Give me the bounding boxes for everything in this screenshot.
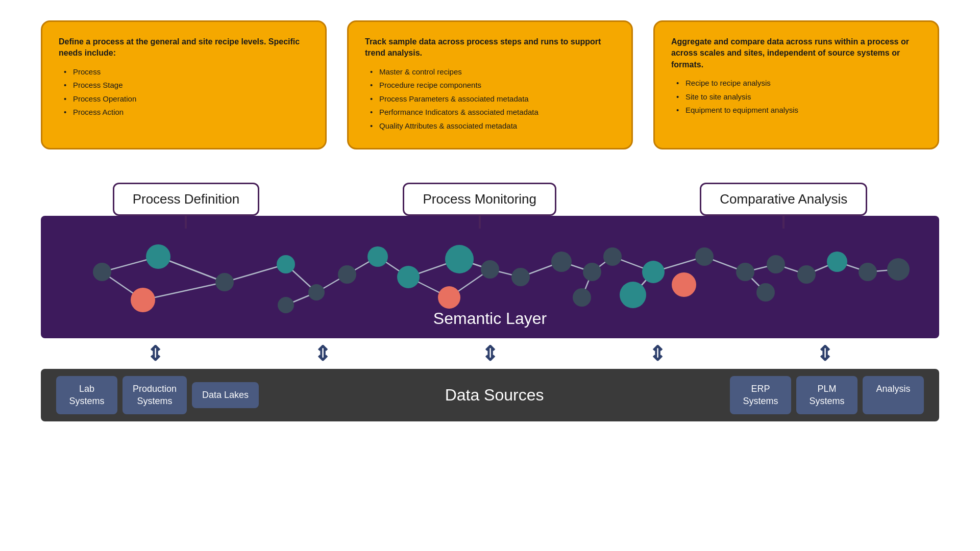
svg-point-42: [445, 245, 474, 273]
card-list-3: Recipe to recipe analysis Site to site a…: [671, 78, 921, 116]
erp-systems-box: ERPSystems: [730, 376, 791, 414]
process-monitoring-label: Process Monitoring: [403, 183, 556, 216]
lab-systems-box: LabSystems: [56, 376, 117, 414]
svg-point-52: [672, 272, 696, 297]
process-definition-label: Process Definition: [113, 183, 260, 216]
semantic-layer: Semantic Layer: [41, 216, 939, 338]
svg-point-48: [603, 247, 622, 266]
arrow-5: ⇕: [816, 343, 834, 364]
list-item: Process Action: [64, 107, 309, 118]
svg-point-41: [397, 266, 420, 288]
svg-point-56: [767, 255, 785, 273]
data-lakes-box: Data Lakes: [192, 382, 259, 408]
svg-point-32: [93, 263, 111, 281]
svg-point-36: [277, 255, 295, 273]
arrow-4: ⇕: [649, 343, 666, 364]
arrow-3: ⇕: [481, 343, 499, 364]
svg-point-34: [215, 273, 234, 291]
svg-point-59: [859, 263, 877, 281]
svg-point-58: [827, 252, 847, 272]
main-container: Define a process at the general and site…: [0, 0, 980, 551]
data-sources-right: ERPSystems PLMSystems Analysis: [730, 376, 924, 414]
svg-point-44: [438, 286, 460, 309]
svg-point-45: [511, 268, 530, 286]
svg-point-33: [146, 244, 170, 269]
arrows-row: ⇕ ⇕ ⇕ ⇕ ⇕: [41, 338, 939, 369]
card-title-3: Aggregate and compare data across runs w…: [671, 36, 921, 70]
svg-point-51: [620, 282, 646, 308]
svg-line-5: [225, 264, 286, 282]
semantic-layer-label: Semantic Layer: [433, 309, 547, 328]
card-list-1: Process Process Stage Process Operation …: [59, 66, 309, 118]
card-list-2: Master & control recipes Procedure recip…: [365, 66, 615, 132]
list-item: Process: [64, 66, 309, 78]
list-item: Process Parameters & associated metadata: [370, 93, 615, 105]
list-item: Recipe to recipe analysis: [676, 78, 921, 89]
arrow-1: ⇕: [146, 343, 164, 364]
svg-point-46: [551, 252, 572, 272]
svg-point-35: [131, 288, 155, 312]
cards-row: Define a process at the general and site…: [41, 20, 939, 149]
production-systems-box: ProductionSystems: [122, 376, 187, 414]
analysis-box: Analysis: [863, 376, 924, 414]
svg-point-49: [573, 288, 591, 307]
comparative-analysis-label: Comparative Analysis: [700, 183, 867, 216]
svg-point-54: [736, 263, 754, 281]
list-item: Procedure recipe components: [370, 80, 615, 91]
list-item: Performance Indicators & associated meta…: [370, 107, 615, 118]
svg-point-40: [278, 297, 294, 313]
list-item: Equipment to equipment analysis: [676, 105, 921, 116]
svg-point-47: [583, 263, 601, 281]
list-item: Quality Attributes & associated metadata: [370, 120, 615, 132]
svg-point-55: [756, 283, 775, 302]
svg-line-4: [143, 282, 225, 300]
process-monitoring-card: Track sample data across process steps a…: [347, 20, 633, 149]
labels-row: Process Definition Process Monitoring Co…: [41, 165, 939, 216]
svg-point-57: [797, 265, 816, 284]
data-sources-label: Data Sources: [264, 386, 725, 405]
svg-point-38: [338, 265, 356, 284]
svg-point-39: [368, 246, 388, 267]
list-item: Process Stage: [64, 80, 309, 91]
svg-point-50: [642, 261, 665, 283]
comparative-analysis-card: Aggregate and compare data across runs w…: [653, 20, 939, 149]
card-title-2: Track sample data across process steps a…: [365, 36, 615, 59]
svg-point-43: [481, 260, 499, 279]
list-item: Site to site analysis: [676, 91, 921, 103]
process-definition-card: Define a process at the general and site…: [41, 20, 327, 149]
svg-point-37: [308, 284, 325, 300]
data-sources-row: LabSystems ProductionSystems Data Lakes …: [41, 369, 939, 421]
list-item: Master & control recipes: [370, 66, 615, 78]
plm-systems-box: PLMSystems: [796, 376, 857, 414]
svg-point-53: [695, 247, 714, 266]
svg-point-60: [887, 258, 910, 281]
list-item: Process Operation: [64, 93, 309, 105]
arrow-2: ⇕: [314, 343, 331, 364]
card-title-1: Define a process at the general and site…: [59, 36, 309, 59]
